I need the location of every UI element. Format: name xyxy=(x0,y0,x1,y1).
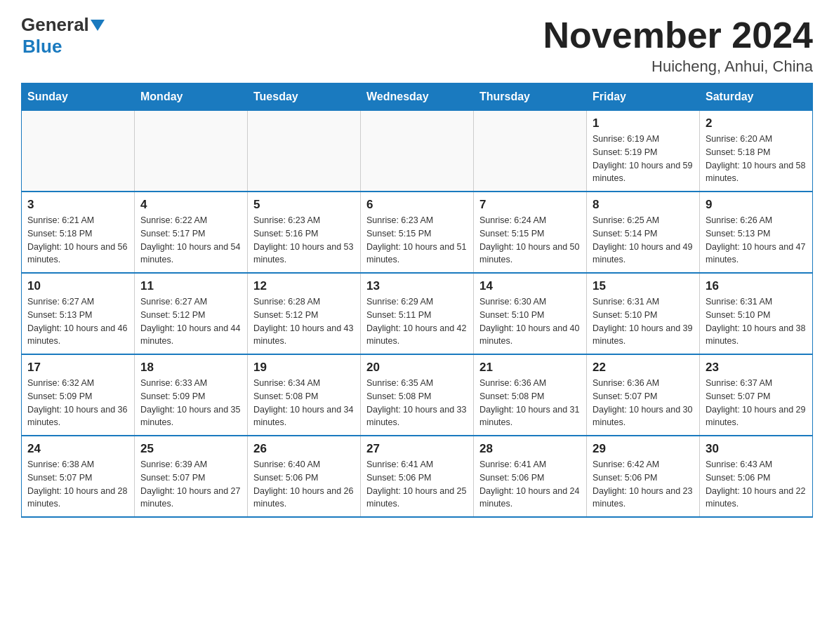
calendar-cell: 15Sunrise: 6:31 AMSunset: 5:10 PMDayligh… xyxy=(587,273,700,354)
calendar-cell: 9Sunrise: 6:26 AMSunset: 5:13 PMDaylight… xyxy=(700,192,813,273)
calendar-header: SundayMondayTuesdayWednesdayThursdayFrid… xyxy=(22,83,813,111)
calendar-body: 1Sunrise: 6:19 AMSunset: 5:19 PMDaylight… xyxy=(22,111,813,518)
day-number: 1 xyxy=(593,116,694,130)
day-number: 11 xyxy=(140,279,241,293)
calendar-cell: 4Sunrise: 6:22 AMSunset: 5:17 PMDaylight… xyxy=(135,192,248,273)
month-title: November 2024 xyxy=(543,14,813,56)
calendar-cell: 14Sunrise: 6:30 AMSunset: 5:10 PMDayligh… xyxy=(474,273,587,354)
calendar-cell: 20Sunrise: 6:35 AMSunset: 5:08 PMDayligh… xyxy=(361,354,474,436)
calendar-cell: 16Sunrise: 6:31 AMSunset: 5:10 PMDayligh… xyxy=(700,273,813,354)
day-info: Sunrise: 6:41 AMSunset: 5:06 PMDaylight:… xyxy=(366,458,468,511)
day-number: 13 xyxy=(366,279,468,293)
day-number: 4 xyxy=(140,198,241,212)
calendar-cell: 21Sunrise: 6:36 AMSunset: 5:08 PMDayligh… xyxy=(474,354,587,436)
day-info: Sunrise: 6:24 AMSunset: 5:15 PMDaylight:… xyxy=(479,214,581,267)
day-number: 8 xyxy=(593,198,694,212)
calendar-table: SundayMondayTuesdayWednesdayThursdayFrid… xyxy=(21,83,813,518)
day-header-thursday: Thursday xyxy=(474,83,587,111)
day-info: Sunrise: 6:27 AMSunset: 5:13 PMDaylight:… xyxy=(27,295,128,348)
day-header-monday: Monday xyxy=(135,83,248,111)
day-info: Sunrise: 6:25 AMSunset: 5:14 PMDaylight:… xyxy=(593,214,694,267)
day-info: Sunrise: 6:31 AMSunset: 5:10 PMDaylight:… xyxy=(706,295,807,348)
calendar-cell: 18Sunrise: 6:33 AMSunset: 5:09 PMDayligh… xyxy=(135,354,248,436)
day-info: Sunrise: 6:35 AMSunset: 5:08 PMDaylight:… xyxy=(366,377,468,429)
day-number: 30 xyxy=(706,442,807,456)
day-info: Sunrise: 6:23 AMSunset: 5:15 PMDaylight:… xyxy=(366,214,468,267)
day-info: Sunrise: 6:33 AMSunset: 5:09 PMDaylight:… xyxy=(140,377,241,429)
day-number: 27 xyxy=(366,442,468,456)
calendar-cell: 25Sunrise: 6:39 AMSunset: 5:07 PMDayligh… xyxy=(135,436,248,517)
day-info: Sunrise: 6:30 AMSunset: 5:10 PMDaylight:… xyxy=(479,295,581,348)
day-header-tuesday: Tuesday xyxy=(248,83,361,111)
calendar-cell: 13Sunrise: 6:29 AMSunset: 5:11 PMDayligh… xyxy=(361,273,474,354)
title-section: November 2024 Huicheng, Anhui, China xyxy=(543,14,813,76)
calendar-cell: 11Sunrise: 6:27 AMSunset: 5:12 PMDayligh… xyxy=(135,273,248,354)
day-header-friday: Friday xyxy=(587,83,700,111)
day-number: 2 xyxy=(706,116,807,130)
calendar-week-2: 3Sunrise: 6:21 AMSunset: 5:18 PMDaylight… xyxy=(22,192,813,273)
day-number: 15 xyxy=(593,279,694,293)
day-number: 26 xyxy=(253,442,355,456)
day-info: Sunrise: 6:36 AMSunset: 5:08 PMDaylight:… xyxy=(479,377,581,429)
calendar-cell xyxy=(248,111,361,192)
calendar-cell: 27Sunrise: 6:41 AMSunset: 5:06 PMDayligh… xyxy=(361,436,474,517)
day-number: 22 xyxy=(593,361,694,375)
calendar-cell: 24Sunrise: 6:38 AMSunset: 5:07 PMDayligh… xyxy=(22,436,135,517)
day-number: 7 xyxy=(479,198,581,212)
logo-general-text: General xyxy=(21,14,89,36)
calendar-cell xyxy=(135,111,248,192)
calendar-cell: 23Sunrise: 6:37 AMSunset: 5:07 PMDayligh… xyxy=(700,354,813,436)
day-info: Sunrise: 6:20 AMSunset: 5:18 PMDaylight:… xyxy=(706,133,807,185)
day-info: Sunrise: 6:40 AMSunset: 5:06 PMDaylight:… xyxy=(253,458,355,511)
calendar-cell: 29Sunrise: 6:42 AMSunset: 5:06 PMDayligh… xyxy=(587,436,700,517)
day-info: Sunrise: 6:23 AMSunset: 5:16 PMDaylight:… xyxy=(253,214,355,267)
day-number: 29 xyxy=(593,442,694,456)
day-number: 12 xyxy=(253,279,355,293)
day-info: Sunrise: 6:29 AMSunset: 5:11 PMDaylight:… xyxy=(366,295,468,348)
calendar-cell: 5Sunrise: 6:23 AMSunset: 5:16 PMDaylight… xyxy=(248,192,361,273)
calendar-cell: 7Sunrise: 6:24 AMSunset: 5:15 PMDaylight… xyxy=(474,192,587,273)
day-number: 20 xyxy=(366,361,468,375)
day-info: Sunrise: 6:19 AMSunset: 5:19 PMDaylight:… xyxy=(593,133,694,185)
day-number: 17 xyxy=(27,361,128,375)
day-info: Sunrise: 6:41 AMSunset: 5:06 PMDaylight:… xyxy=(479,458,581,511)
calendar-cell: 1Sunrise: 6:19 AMSunset: 5:19 PMDaylight… xyxy=(587,111,700,192)
day-info: Sunrise: 6:31 AMSunset: 5:10 PMDaylight:… xyxy=(593,295,694,348)
calendar-cell: 28Sunrise: 6:41 AMSunset: 5:06 PMDayligh… xyxy=(474,436,587,517)
day-info: Sunrise: 6:36 AMSunset: 5:07 PMDaylight:… xyxy=(593,377,694,429)
day-number: 3 xyxy=(27,198,128,212)
calendar-cell xyxy=(361,111,474,192)
day-info: Sunrise: 6:42 AMSunset: 5:06 PMDaylight:… xyxy=(593,458,694,511)
calendar-cell: 17Sunrise: 6:32 AMSunset: 5:09 PMDayligh… xyxy=(22,354,135,436)
calendar-cell: 26Sunrise: 6:40 AMSunset: 5:06 PMDayligh… xyxy=(248,436,361,517)
day-info: Sunrise: 6:38 AMSunset: 5:07 PMDaylight:… xyxy=(27,458,128,511)
day-number: 5 xyxy=(253,198,355,212)
calendar-cell: 22Sunrise: 6:36 AMSunset: 5:07 PMDayligh… xyxy=(587,354,700,436)
calendar-week-1: 1Sunrise: 6:19 AMSunset: 5:19 PMDaylight… xyxy=(22,111,813,192)
logo-blue-text: Blue xyxy=(22,36,62,58)
calendar-cell: 30Sunrise: 6:43 AMSunset: 5:06 PMDayligh… xyxy=(700,436,813,517)
calendar-cell: 8Sunrise: 6:25 AMSunset: 5:14 PMDaylight… xyxy=(587,192,700,273)
day-number: 16 xyxy=(706,279,807,293)
page-header: General Blue November 2024 Huicheng, Anh… xyxy=(21,14,813,76)
calendar-cell: 12Sunrise: 6:28 AMSunset: 5:12 PMDayligh… xyxy=(248,273,361,354)
day-number: 9 xyxy=(706,198,807,212)
day-number: 23 xyxy=(706,361,807,375)
day-header-saturday: Saturday xyxy=(700,83,813,111)
day-info: Sunrise: 6:34 AMSunset: 5:08 PMDaylight:… xyxy=(253,377,355,429)
calendar-cell: 19Sunrise: 6:34 AMSunset: 5:08 PMDayligh… xyxy=(248,354,361,436)
day-header-wednesday: Wednesday xyxy=(361,83,474,111)
calendar-cell: 10Sunrise: 6:27 AMSunset: 5:13 PMDayligh… xyxy=(22,273,135,354)
calendar-cell: 2Sunrise: 6:20 AMSunset: 5:18 PMDaylight… xyxy=(700,111,813,192)
day-number: 19 xyxy=(253,361,355,375)
day-number: 21 xyxy=(479,361,581,375)
logo: General Blue xyxy=(21,14,106,58)
day-header-sunday: Sunday xyxy=(22,83,135,111)
day-number: 25 xyxy=(140,442,241,456)
calendar-cell: 3Sunrise: 6:21 AMSunset: 5:18 PMDaylight… xyxy=(22,192,135,273)
logo-arrow-icon xyxy=(91,20,105,31)
day-number: 14 xyxy=(479,279,581,293)
calendar-week-5: 24Sunrise: 6:38 AMSunset: 5:07 PMDayligh… xyxy=(22,436,813,517)
day-info: Sunrise: 6:37 AMSunset: 5:07 PMDaylight:… xyxy=(706,377,807,429)
calendar-cell xyxy=(474,111,587,192)
